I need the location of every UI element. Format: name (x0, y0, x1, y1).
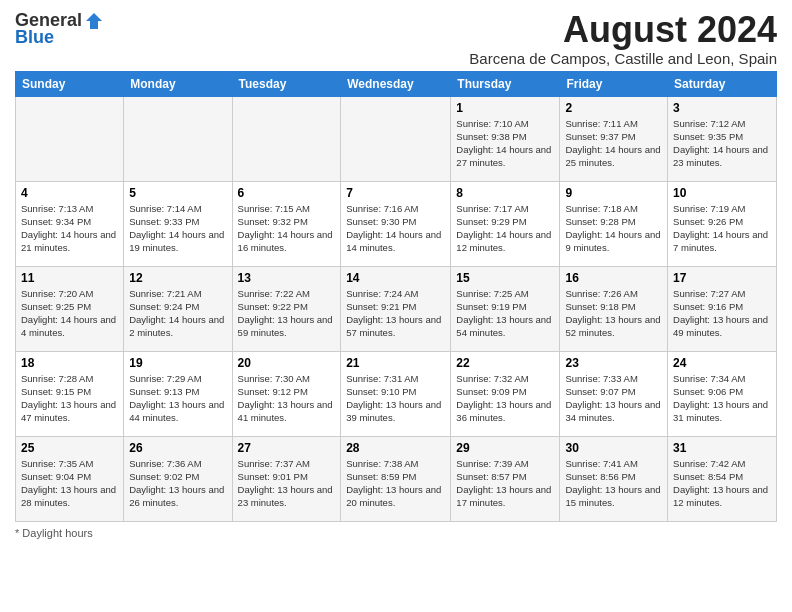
day-number: 8 (456, 186, 554, 200)
svg-marker-0 (86, 13, 102, 29)
day-info: Sunrise: 7:36 AMSunset: 9:02 PMDaylight:… (129, 457, 226, 510)
calendar-cell: 28Sunrise: 7:38 AMSunset: 8:59 PMDayligh… (341, 436, 451, 521)
col-header-thursday: Thursday (451, 71, 560, 96)
day-info: Sunrise: 7:13 AMSunset: 9:34 PMDaylight:… (21, 202, 118, 255)
week-row-3: 11Sunrise: 7:20 AMSunset: 9:25 PMDayligh… (16, 266, 777, 351)
day-number: 26 (129, 441, 226, 455)
day-number: 9 (565, 186, 662, 200)
day-number: 27 (238, 441, 336, 455)
day-number: 1 (456, 101, 554, 115)
day-number: 20 (238, 356, 336, 370)
calendar-cell: 23Sunrise: 7:33 AMSunset: 9:07 PMDayligh… (560, 351, 668, 436)
logo-icon (84, 11, 104, 31)
calendar-cell (124, 96, 232, 181)
week-row-1: 1Sunrise: 7:10 AMSunset: 9:38 PMDaylight… (16, 96, 777, 181)
day-info: Sunrise: 7:15 AMSunset: 9:32 PMDaylight:… (238, 202, 336, 255)
day-info: Sunrise: 7:30 AMSunset: 9:12 PMDaylight:… (238, 372, 336, 425)
calendar-cell: 21Sunrise: 7:31 AMSunset: 9:10 PMDayligh… (341, 351, 451, 436)
calendar-cell: 18Sunrise: 7:28 AMSunset: 9:15 PMDayligh… (16, 351, 124, 436)
week-row-4: 18Sunrise: 7:28 AMSunset: 9:15 PMDayligh… (16, 351, 777, 436)
calendar-cell: 26Sunrise: 7:36 AMSunset: 9:02 PMDayligh… (124, 436, 232, 521)
day-info: Sunrise: 7:19 AMSunset: 9:26 PMDaylight:… (673, 202, 771, 255)
day-info: Sunrise: 7:20 AMSunset: 9:25 PMDaylight:… (21, 287, 118, 340)
day-number: 16 (565, 271, 662, 285)
calendar-header-row: SundayMondayTuesdayWednesdayThursdayFrid… (16, 71, 777, 96)
day-number: 12 (129, 271, 226, 285)
day-number: 4 (21, 186, 118, 200)
day-info: Sunrise: 7:11 AMSunset: 9:37 PMDaylight:… (565, 117, 662, 170)
day-number: 18 (21, 356, 118, 370)
calendar-cell: 15Sunrise: 7:25 AMSunset: 9:19 PMDayligh… (451, 266, 560, 351)
calendar-cell (341, 96, 451, 181)
col-header-wednesday: Wednesday (341, 71, 451, 96)
day-info: Sunrise: 7:37 AMSunset: 9:01 PMDaylight:… (238, 457, 336, 510)
day-number: 29 (456, 441, 554, 455)
day-info: Sunrise: 7:35 AMSunset: 9:04 PMDaylight:… (21, 457, 118, 510)
calendar: SundayMondayTuesdayWednesdayThursdayFrid… (15, 71, 777, 522)
day-info: Sunrise: 7:21 AMSunset: 9:24 PMDaylight:… (129, 287, 226, 340)
calendar-cell: 24Sunrise: 7:34 AMSunset: 9:06 PMDayligh… (668, 351, 777, 436)
col-header-friday: Friday (560, 71, 668, 96)
page: General Blue August 2024 Barcena de Camp… (0, 0, 792, 612)
logo-area: General Blue (15, 10, 104, 48)
calendar-cell: 31Sunrise: 7:42 AMSunset: 8:54 PMDayligh… (668, 436, 777, 521)
calendar-cell: 25Sunrise: 7:35 AMSunset: 9:04 PMDayligh… (16, 436, 124, 521)
calendar-cell: 11Sunrise: 7:20 AMSunset: 9:25 PMDayligh… (16, 266, 124, 351)
calendar-cell (232, 96, 341, 181)
day-number: 13 (238, 271, 336, 285)
day-info: Sunrise: 7:31 AMSunset: 9:10 PMDaylight:… (346, 372, 445, 425)
day-number: 22 (456, 356, 554, 370)
calendar-cell: 7Sunrise: 7:16 AMSunset: 9:30 PMDaylight… (341, 181, 451, 266)
logo-blue: Blue (15, 27, 54, 48)
footer-note-text: Daylight hours (22, 527, 92, 539)
day-number: 28 (346, 441, 445, 455)
col-header-tuesday: Tuesday (232, 71, 341, 96)
day-number: 5 (129, 186, 226, 200)
calendar-cell: 3Sunrise: 7:12 AMSunset: 9:35 PMDaylight… (668, 96, 777, 181)
day-number: 25 (21, 441, 118, 455)
day-info: Sunrise: 7:41 AMSunset: 8:56 PMDaylight:… (565, 457, 662, 510)
calendar-cell: 10Sunrise: 7:19 AMSunset: 9:26 PMDayligh… (668, 181, 777, 266)
day-info: Sunrise: 7:29 AMSunset: 9:13 PMDaylight:… (129, 372, 226, 425)
day-info: Sunrise: 7:28 AMSunset: 9:15 PMDaylight:… (21, 372, 118, 425)
day-number: 19 (129, 356, 226, 370)
calendar-cell: 12Sunrise: 7:21 AMSunset: 9:24 PMDayligh… (124, 266, 232, 351)
calendar-cell: 20Sunrise: 7:30 AMSunset: 9:12 PMDayligh… (232, 351, 341, 436)
day-number: 7 (346, 186, 445, 200)
day-number: 2 (565, 101, 662, 115)
calendar-cell (16, 96, 124, 181)
calendar-cell: 5Sunrise: 7:14 AMSunset: 9:33 PMDaylight… (124, 181, 232, 266)
calendar-cell: 9Sunrise: 7:18 AMSunset: 9:28 PMDaylight… (560, 181, 668, 266)
day-info: Sunrise: 7:27 AMSunset: 9:16 PMDaylight:… (673, 287, 771, 340)
day-info: Sunrise: 7:14 AMSunset: 9:33 PMDaylight:… (129, 202, 226, 255)
day-info: Sunrise: 7:22 AMSunset: 9:22 PMDaylight:… (238, 287, 336, 340)
day-number: 21 (346, 356, 445, 370)
calendar-cell: 1Sunrise: 7:10 AMSunset: 9:38 PMDaylight… (451, 96, 560, 181)
day-info: Sunrise: 7:39 AMSunset: 8:57 PMDaylight:… (456, 457, 554, 510)
day-info: Sunrise: 7:24 AMSunset: 9:21 PMDaylight:… (346, 287, 445, 340)
day-number: 6 (238, 186, 336, 200)
calendar-cell: 6Sunrise: 7:15 AMSunset: 9:32 PMDaylight… (232, 181, 341, 266)
calendar-cell: 16Sunrise: 7:26 AMSunset: 9:18 PMDayligh… (560, 266, 668, 351)
col-header-sunday: Sunday (16, 71, 124, 96)
day-number: 17 (673, 271, 771, 285)
subtitle: Barcena de Campos, Castille and Leon, Sp… (469, 50, 777, 67)
day-number: 11 (21, 271, 118, 285)
day-info: Sunrise: 7:12 AMSunset: 9:35 PMDaylight:… (673, 117, 771, 170)
calendar-cell: 30Sunrise: 7:41 AMSunset: 8:56 PMDayligh… (560, 436, 668, 521)
col-header-monday: Monday (124, 71, 232, 96)
day-info: Sunrise: 7:33 AMSunset: 9:07 PMDaylight:… (565, 372, 662, 425)
day-info: Sunrise: 7:38 AMSunset: 8:59 PMDaylight:… (346, 457, 445, 510)
calendar-cell: 29Sunrise: 7:39 AMSunset: 8:57 PMDayligh… (451, 436, 560, 521)
day-info: Sunrise: 7:32 AMSunset: 9:09 PMDaylight:… (456, 372, 554, 425)
day-info: Sunrise: 7:17 AMSunset: 9:29 PMDaylight:… (456, 202, 554, 255)
header-area: General Blue August 2024 Barcena de Camp… (15, 10, 777, 67)
day-number: 31 (673, 441, 771, 455)
calendar-cell: 8Sunrise: 7:17 AMSunset: 9:29 PMDaylight… (451, 181, 560, 266)
day-info: Sunrise: 7:42 AMSunset: 8:54 PMDaylight:… (673, 457, 771, 510)
main-title: August 2024 (469, 10, 777, 50)
col-header-saturday: Saturday (668, 71, 777, 96)
calendar-cell: 2Sunrise: 7:11 AMSunset: 9:37 PMDaylight… (560, 96, 668, 181)
day-info: Sunrise: 7:25 AMSunset: 9:19 PMDaylight:… (456, 287, 554, 340)
day-number: 30 (565, 441, 662, 455)
